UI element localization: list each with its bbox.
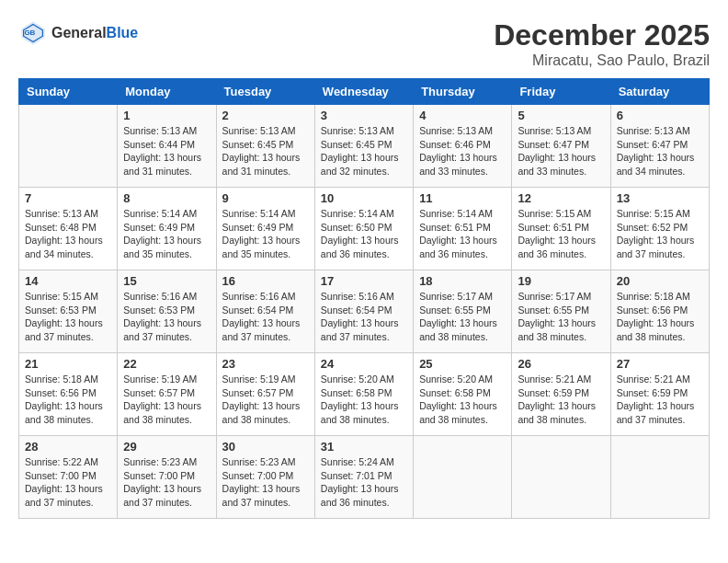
day-info: Sunrise: 5:18 AM Sunset: 6:56 PM Dayligh… — [25, 373, 111, 427]
day-cell: 3Sunrise: 5:13 AM Sunset: 6:45 PM Daylig… — [314, 105, 413, 188]
day-number: 30 — [222, 440, 309, 454]
day-info: Sunrise: 5:15 AM Sunset: 6:52 PM Dayligh… — [617, 207, 703, 261]
day-cell: 22Sunrise: 5:19 AM Sunset: 6:57 PM Dayli… — [118, 353, 216, 436]
svg-text:GB: GB — [24, 29, 35, 37]
column-header-monday: Monday — [118, 79, 216, 105]
logo: GB GeneralBlue — [18, 18, 138, 48]
week-row-3: 14Sunrise: 5:15 AM Sunset: 6:53 PM Dayli… — [19, 270, 710, 353]
column-header-wednesday: Wednesday — [314, 79, 413, 105]
day-number: 29 — [123, 440, 210, 454]
day-cell: 19Sunrise: 5:17 AM Sunset: 6:55 PM Dayli… — [512, 270, 610, 353]
location: Miracatu, Sao Paulo, Brazil — [494, 52, 710, 69]
logo-text: GeneralBlue — [51, 25, 138, 41]
day-cell — [19, 105, 118, 188]
day-info: Sunrise: 5:20 AM Sunset: 6:58 PM Dayligh… — [419, 373, 506, 427]
day-number: 8 — [123, 191, 210, 205]
day-number: 14 — [25, 274, 111, 288]
day-cell — [414, 436, 512, 519]
day-number: 25 — [419, 357, 506, 371]
day-cell: 23Sunrise: 5:19 AM Sunset: 6:57 PM Dayli… — [216, 353, 314, 436]
day-cell: 2Sunrise: 5:13 AM Sunset: 6:45 PM Daylig… — [216, 105, 314, 188]
day-info: Sunrise: 5:14 AM Sunset: 6:49 PM Dayligh… — [222, 207, 309, 261]
week-row-2: 7Sunrise: 5:13 AM Sunset: 6:48 PM Daylig… — [19, 188, 710, 270]
week-row-4: 21Sunrise: 5:18 AM Sunset: 6:56 PM Dayli… — [19, 353, 710, 436]
day-info: Sunrise: 5:13 AM Sunset: 6:44 PM Dayligh… — [123, 124, 210, 178]
day-cell: 18Sunrise: 5:17 AM Sunset: 6:55 PM Dayli… — [414, 270, 512, 353]
day-info: Sunrise: 5:14 AM Sunset: 6:51 PM Dayligh… — [419, 207, 506, 261]
day-info: Sunrise: 5:13 AM Sunset: 6:47 PM Dayligh… — [518, 124, 604, 178]
day-cell: 25Sunrise: 5:20 AM Sunset: 6:58 PM Dayli… — [414, 353, 512, 436]
day-number: 27 — [617, 357, 703, 371]
day-cell: 13Sunrise: 5:15 AM Sunset: 6:52 PM Dayli… — [610, 188, 709, 270]
day-cell: 24Sunrise: 5:20 AM Sunset: 6:58 PM Dayli… — [314, 353, 413, 436]
day-number: 24 — [321, 357, 407, 371]
calendar-table: SundayMondayTuesdayWednesdayThursdayFrid… — [18, 78, 710, 519]
day-cell: 7Sunrise: 5:13 AM Sunset: 6:48 PM Daylig… — [19, 188, 118, 270]
day-info: Sunrise: 5:17 AM Sunset: 6:55 PM Dayligh… — [419, 290, 506, 344]
day-info: Sunrise: 5:13 AM Sunset: 6:45 PM Dayligh… — [222, 124, 309, 178]
day-info: Sunrise: 5:16 AM Sunset: 6:53 PM Dayligh… — [123, 290, 210, 344]
day-info: Sunrise: 5:17 AM Sunset: 6:55 PM Dayligh… — [518, 290, 604, 344]
day-cell: 9Sunrise: 5:14 AM Sunset: 6:49 PM Daylig… — [216, 188, 314, 270]
column-header-friday: Friday — [512, 79, 610, 105]
day-info: Sunrise: 5:15 AM Sunset: 6:51 PM Dayligh… — [518, 207, 604, 261]
day-number: 9 — [222, 191, 309, 205]
day-number: 10 — [321, 191, 407, 205]
column-header-saturday: Saturday — [610, 79, 709, 105]
day-number: 6 — [617, 109, 703, 122]
column-header-sunday: Sunday — [19, 79, 118, 105]
day-info: Sunrise: 5:23 AM Sunset: 7:00 PM Dayligh… — [123, 455, 210, 510]
day-info: Sunrise: 5:19 AM Sunset: 6:57 PM Dayligh… — [222, 373, 309, 427]
week-row-1: 1Sunrise: 5:13 AM Sunset: 6:44 PM Daylig… — [19, 105, 710, 188]
header-row: SundayMondayTuesdayWednesdayThursdayFrid… — [19, 79, 710, 105]
day-cell: 29Sunrise: 5:23 AM Sunset: 7:00 PM Dayli… — [118, 436, 216, 519]
day-info: Sunrise: 5:21 AM Sunset: 6:59 PM Dayligh… — [518, 373, 604, 427]
logo-icon: GB — [18, 18, 48, 48]
day-number: 4 — [419, 109, 506, 122]
day-cell: 17Sunrise: 5:16 AM Sunset: 6:54 PM Dayli… — [314, 270, 413, 353]
day-number: 7 — [25, 191, 111, 205]
day-info: Sunrise: 5:14 AM Sunset: 6:49 PM Dayligh… — [123, 207, 210, 261]
day-cell: 27Sunrise: 5:21 AM Sunset: 6:59 PM Dayli… — [610, 353, 709, 436]
day-number: 12 — [518, 191, 604, 205]
day-number: 22 — [123, 357, 210, 371]
day-cell: 30Sunrise: 5:23 AM Sunset: 7:00 PM Dayli… — [216, 436, 314, 519]
day-number: 11 — [419, 191, 506, 205]
day-info: Sunrise: 5:18 AM Sunset: 6:56 PM Dayligh… — [617, 290, 703, 344]
day-info: Sunrise: 5:20 AM Sunset: 6:58 PM Dayligh… — [321, 373, 407, 427]
day-info: Sunrise: 5:24 AM Sunset: 7:01 PM Dayligh… — [321, 455, 407, 510]
day-cell: 28Sunrise: 5:22 AM Sunset: 7:00 PM Dayli… — [19, 436, 118, 519]
day-number: 19 — [518, 274, 604, 288]
day-info: Sunrise: 5:23 AM Sunset: 7:00 PM Dayligh… — [222, 455, 309, 510]
title-area: December 2025 Miracatu, Sao Paulo, Brazi… — [494, 18, 710, 69]
day-number: 2 — [222, 109, 309, 122]
day-number: 15 — [123, 274, 210, 288]
day-cell: 8Sunrise: 5:14 AM Sunset: 6:49 PM Daylig… — [118, 188, 216, 270]
day-cell: 12Sunrise: 5:15 AM Sunset: 6:51 PM Dayli… — [512, 188, 610, 270]
day-info: Sunrise: 5:15 AM Sunset: 6:53 PM Dayligh… — [25, 290, 111, 344]
day-cell: 1Sunrise: 5:13 AM Sunset: 6:44 PM Daylig… — [118, 105, 216, 188]
day-info: Sunrise: 5:13 AM Sunset: 6:48 PM Dayligh… — [25, 207, 111, 261]
day-number: 26 — [518, 357, 604, 371]
day-number: 1 — [123, 109, 210, 122]
column-header-thursday: Thursday — [414, 79, 512, 105]
day-cell: 26Sunrise: 5:21 AM Sunset: 6:59 PM Dayli… — [512, 353, 610, 436]
day-number: 20 — [617, 274, 703, 288]
day-info: Sunrise: 5:19 AM Sunset: 6:57 PM Dayligh… — [123, 373, 210, 427]
day-cell: 16Sunrise: 5:16 AM Sunset: 6:54 PM Dayli… — [216, 270, 314, 353]
day-info: Sunrise: 5:16 AM Sunset: 6:54 PM Dayligh… — [321, 290, 407, 344]
column-header-tuesday: Tuesday — [216, 79, 314, 105]
header: GB GeneralBlue December 2025 Miracatu, S… — [18, 18, 710, 69]
day-cell — [610, 436, 709, 519]
day-cell: 10Sunrise: 5:14 AM Sunset: 6:50 PM Dayli… — [314, 188, 413, 270]
day-info: Sunrise: 5:13 AM Sunset: 6:45 PM Dayligh… — [321, 124, 407, 178]
day-info: Sunrise: 5:22 AM Sunset: 7:00 PM Dayligh… — [25, 455, 111, 510]
day-cell: 5Sunrise: 5:13 AM Sunset: 6:47 PM Daylig… — [512, 105, 610, 188]
day-number: 28 — [25, 440, 111, 454]
day-number: 3 — [321, 109, 407, 122]
day-number: 18 — [419, 274, 506, 288]
day-number: 23 — [222, 357, 309, 371]
day-cell: 11Sunrise: 5:14 AM Sunset: 6:51 PM Dayli… — [414, 188, 512, 270]
day-cell: 21Sunrise: 5:18 AM Sunset: 6:56 PM Dayli… — [19, 353, 118, 436]
day-info: Sunrise: 5:13 AM Sunset: 6:46 PM Dayligh… — [419, 124, 506, 178]
